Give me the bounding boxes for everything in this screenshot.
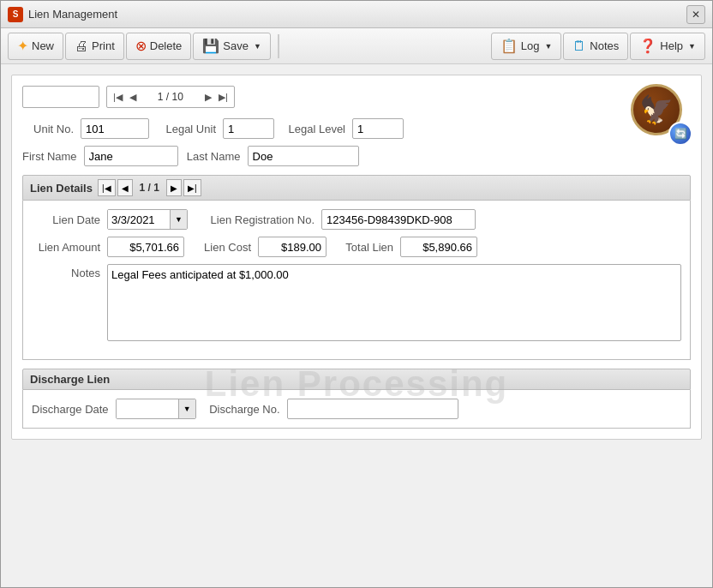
log-dropdown-arrow: ▼ bbox=[544, 42, 552, 51]
save-button[interactable]: 💾 Save ▼ bbox=[193, 33, 271, 60]
window-title: Lien Management bbox=[28, 8, 117, 21]
nav-first-btn[interactable]: |◀ bbox=[111, 92, 125, 103]
notes-button[interactable]: 🗒 Notes bbox=[563, 33, 628, 60]
last-name-label: Last Name bbox=[185, 150, 241, 163]
lien-amount-row: Lien Amount Lien Cost Total Lien bbox=[32, 237, 681, 257]
lien-reg-label: Lien Registration No. bbox=[195, 213, 315, 226]
title-bar: S Lien Management ✕ bbox=[1, 1, 712, 28]
discharge-date-dropdown-btn[interactable]: ▼ bbox=[178, 399, 195, 418]
nav-next-btn[interactable]: ▶ bbox=[202, 92, 214, 103]
close-button[interactable]: ✕ bbox=[686, 5, 705, 24]
unit-no-input[interactable] bbox=[81, 118, 149, 139]
legal-unit-label: Legal Unit bbox=[156, 123, 216, 135]
discharge-no-input[interactable] bbox=[287, 399, 458, 419]
delete-button[interactable]: ⊗ Delete bbox=[126, 33, 192, 60]
notes-textarea-wrapper: Legal Fees anticipated at $1,000.00 bbox=[107, 264, 681, 344]
lien-date-row: Lien Date ▼ Lien Registration No. bbox=[32, 209, 681, 230]
lien-details-header: Lien Details |◀ ◀ 1 / 1 ▶ ▶| bbox=[22, 175, 691, 201]
print-button[interactable]: 🖨 Print bbox=[65, 33, 124, 60]
lien-date-input[interactable] bbox=[108, 210, 170, 229]
inner-panel: |◀ ◀ 1 / 10 ▶ ▶| 🦅 🔄 Unit No. bbox=[11, 75, 702, 440]
log-button[interactable]: 📋 Log ▼ bbox=[491, 33, 562, 60]
avatar-badge-icon: 🔄 bbox=[674, 128, 687, 140]
print-icon: 🖨 bbox=[75, 39, 88, 54]
delete-icon: ⊗ bbox=[135, 38, 147, 54]
lien-date-wrapper: ▼ bbox=[107, 209, 188, 230]
lien-reg-input[interactable] bbox=[321, 209, 476, 230]
toolbar-separator-1 bbox=[278, 34, 279, 58]
notes-icon: 🗒 bbox=[572, 39, 586, 54]
save-dropdown-arrow: ▼ bbox=[254, 42, 261, 51]
search-wrapper bbox=[22, 86, 99, 108]
total-lien-input[interactable] bbox=[400, 237, 477, 257]
lien-nav-next-btn[interactable]: ▶ bbox=[166, 179, 182, 196]
lien-cost-label: Lien Cost bbox=[191, 241, 251, 254]
first-name-label: First Name bbox=[22, 150, 77, 163]
discharge-lien-header: Discharge Lien bbox=[22, 369, 691, 390]
help-icon: ❓ bbox=[639, 38, 656, 54]
avatar-area: 🦅 🔄 bbox=[631, 84, 691, 144]
help-button[interactable]: ❓ Help ▼ bbox=[630, 33, 705, 60]
lien-nav-prev-btn[interactable]: ◀ bbox=[117, 179, 133, 196]
nav-page-info: 1 / 10 bbox=[141, 91, 201, 103]
top-nav-row: |◀ ◀ 1 / 10 ▶ ▶| bbox=[22, 86, 691, 108]
lien-nav-row: |◀ ◀ 1 / 1 ▶ ▶| bbox=[98, 179, 201, 196]
toolbar-right: 📋 Log ▼ 🗒 Notes ❓ Help ▼ bbox=[491, 33, 705, 60]
lien-nav-first-btn[interactable]: |◀ bbox=[98, 179, 116, 196]
lien-amount-label: Lien Amount bbox=[32, 241, 100, 254]
first-name-input[interactable] bbox=[84, 146, 178, 166]
unit-no-label: Unit No. bbox=[22, 123, 74, 135]
nav-prev-btn[interactable]: ◀ bbox=[127, 92, 139, 103]
toolbar: ✦ New 🖨 Print ⊗ Delete 💾 Save ▼ 📋 Log ▼ … bbox=[1, 28, 712, 64]
lien-date-label: Lien Date bbox=[32, 213, 100, 226]
avatar-seal: 🦅 bbox=[639, 93, 674, 126]
avatar-badge: 🔄 bbox=[668, 122, 692, 146]
total-lien-label: Total Lien bbox=[333, 241, 393, 254]
notes-row: Notes Legal Fees anticipated at $1,000.0… bbox=[32, 264, 681, 344]
name-row: First Name Last Name bbox=[22, 146, 691, 166]
nav-controls: |◀ ◀ 1 / 10 ▶ ▶| bbox=[106, 86, 235, 108]
title-bar-left: S Lien Management bbox=[8, 7, 117, 22]
discharge-date-input[interactable] bbox=[117, 399, 178, 418]
app-icon: S bbox=[8, 7, 23, 22]
lien-details-body: Lien Date ▼ Lien Registration No. Lien A… bbox=[22, 201, 691, 360]
discharge-no-label: Discharge No. bbox=[203, 403, 280, 416]
lien-nav-info: 1 / 1 bbox=[135, 182, 165, 194]
unit-row: Unit No. Legal Unit Legal Level bbox=[22, 118, 691, 139]
notes-textarea[interactable]: Legal Fees anticipated at $1,000.00 bbox=[107, 264, 681, 341]
legal-level-label: Legal Level bbox=[281, 123, 345, 135]
lien-date-dropdown-btn[interactable]: ▼ bbox=[170, 210, 187, 229]
lien-nav-last-btn[interactable]: ▶| bbox=[183, 179, 201, 196]
content-area: |◀ ◀ 1 / 10 ▶ ▶| 🦅 🔄 Unit No. bbox=[1, 64, 712, 587]
log-icon: 📋 bbox=[500, 38, 518, 54]
nav-last-btn[interactable]: ▶| bbox=[216, 92, 231, 103]
search-input[interactable] bbox=[22, 86, 99, 108]
lien-amount-input[interactable] bbox=[107, 237, 184, 257]
discharge-date-label: Discharge Date bbox=[32, 403, 109, 416]
main-window: S Lien Management ✕ ✦ New 🖨 Print ⊗ Dele… bbox=[0, 0, 713, 588]
new-button[interactable]: ✦ New bbox=[8, 33, 63, 60]
legal-level-input[interactable] bbox=[352, 118, 404, 139]
notes-label: Notes bbox=[32, 264, 100, 279]
legal-unit-input[interactable] bbox=[223, 118, 274, 139]
help-dropdown-arrow: ▼ bbox=[688, 42, 696, 51]
lien-cost-input[interactable] bbox=[258, 237, 327, 257]
discharge-date-wrapper: ▼ bbox=[116, 399, 196, 419]
new-icon: ✦ bbox=[17, 38, 28, 54]
discharge-section-body: Discharge Date ▼ Discharge No. bbox=[22, 390, 691, 429]
save-icon: 💾 bbox=[202, 38, 219, 54]
last-name-input[interactable] bbox=[248, 146, 359, 166]
